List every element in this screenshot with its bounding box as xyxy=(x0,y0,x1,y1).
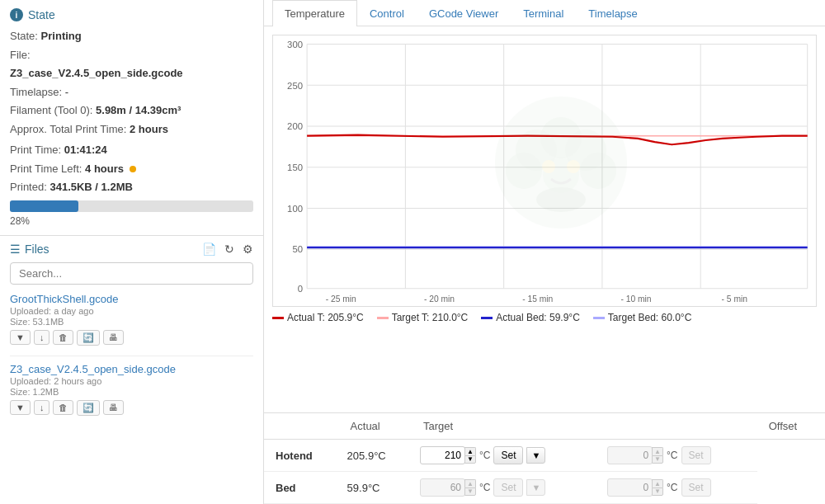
svg-text:300: 300 xyxy=(287,40,303,49)
svg-text:200: 200 xyxy=(287,121,303,131)
file1-load-btn[interactable]: ▼ xyxy=(10,330,31,345)
legend-target-t-color xyxy=(377,317,389,319)
legend-target-bed-color xyxy=(593,317,605,319)
legend-target-t: Target T: 210.0°C xyxy=(377,312,469,323)
file2-download-btn[interactable]: ↓ xyxy=(34,400,50,415)
hotend-row: Hotend 205.9°C ▲ ▼ xyxy=(264,440,825,472)
hotend-target-input[interactable] xyxy=(420,446,465,464)
bed-offset-spin-up: ▲ xyxy=(652,479,663,488)
file1-size: Size: 53.1MB xyxy=(10,317,253,327)
svg-point-4 xyxy=(506,153,542,189)
th-offset: Offset xyxy=(757,413,825,440)
file-divider xyxy=(10,356,253,356)
search-input[interactable] xyxy=(10,262,253,285)
list-item: Z3_case_V2.4.5_open_side.gcode Uploaded:… xyxy=(10,363,253,416)
hotend-offset-input xyxy=(607,446,653,464)
file1-download-btn[interactable]: ↓ xyxy=(34,330,50,345)
th-target: Target xyxy=(412,413,757,440)
file2-delete-btn[interactable]: 🗑 xyxy=(53,400,73,415)
legend-actual-bed-label: Actual Bed: 59.9°C xyxy=(496,312,580,323)
hotend-target-dropdown-btn[interactable]: ▼ xyxy=(526,447,545,464)
temp-table-header-row: Actual Target Offset xyxy=(264,413,825,440)
file1-slice-btn[interactable]: 🔄 xyxy=(77,330,100,346)
state-value: Printing xyxy=(41,30,82,42)
legend-actual-bed-color xyxy=(481,317,493,319)
bed-offset-set-btn: Set xyxy=(681,478,711,497)
file2-actions: ▼ ↓ 🗑 🔄 🖶 xyxy=(10,400,253,416)
bed-target-set-btn: Set xyxy=(493,478,523,497)
tab-temperature[interactable]: Temperature xyxy=(272,0,357,26)
file-label: File: xyxy=(10,49,31,61)
bed-row: Bed 59.9°C ▲ ▼ xyxy=(264,472,825,504)
approx-value: 2 hours xyxy=(130,123,168,135)
hotend-label: Hotend xyxy=(264,440,339,472)
tab-timelapse[interactable]: Timelapse xyxy=(576,0,649,26)
hotend-actual: 205.9°C xyxy=(339,440,412,472)
settings-icon[interactable]: ⚙ xyxy=(243,243,253,256)
tab-gcode-viewer[interactable]: GCode Viewer xyxy=(417,0,511,26)
list-item: GrootThickShell.gcode Uploaded: a day ag… xyxy=(10,293,253,346)
files-toolbar: 📄 ↻ ⚙ xyxy=(202,243,253,256)
tab-control[interactable]: Control xyxy=(357,0,417,26)
svg-text:- 15 min: - 15 min xyxy=(522,294,553,304)
svg-point-8 xyxy=(542,160,555,173)
file2-slice-btn[interactable]: 🔄 xyxy=(77,400,100,416)
file2-name[interactable]: Z3_case_V2.4.5_open_side.gcode xyxy=(10,363,253,375)
hotend-target-spin-up[interactable]: ▲ xyxy=(464,447,476,455)
print-time-label: Print Time: xyxy=(10,144,61,156)
file-list: GrootThickShell.gcode Uploaded: a day ag… xyxy=(10,293,253,498)
svg-text:- 25 min: - 25 min xyxy=(326,294,356,304)
temp-table-section: Actual Target Offset Hotend 205.9°C xyxy=(264,412,825,504)
bed-offset-spinner: ▲ ▼ xyxy=(607,478,663,497)
bed-target-spinner: ▲ ▼ xyxy=(420,478,476,497)
tab-terminal[interactable]: Terminal xyxy=(511,0,576,26)
hotend-offset-set-btn: Set xyxy=(681,446,711,464)
file2-load-btn[interactable]: ▼ xyxy=(10,400,31,415)
left-panel: i State State: Printing File: Z3_case_V2… xyxy=(0,0,264,504)
legend-actual-t: Actual T: 205.9°C xyxy=(272,312,364,323)
bed-target-group: ▲ ▼ °C Set ▼ xyxy=(420,478,591,497)
hotend-target-set-btn[interactable]: Set xyxy=(493,446,523,464)
hotend-target-spin-down[interactable]: ▼ xyxy=(464,455,476,464)
temp-table: Actual Target Offset Hotend 205.9°C xyxy=(264,413,825,504)
files-section: ☰ Files 📄 ↻ ⚙ GrootThickShell.gcode Uplo… xyxy=(0,236,263,505)
bed-target-unit: °C xyxy=(479,482,490,493)
printed-label: Printed: xyxy=(10,181,47,193)
file1-name[interactable]: GrootThickShell.gcode xyxy=(10,293,253,305)
file1-print-btn[interactable]: 🖶 xyxy=(103,330,124,345)
bed-offset-spin-down: ▼ xyxy=(652,488,663,496)
svg-text:0: 0 xyxy=(298,284,303,294)
th-actual: Actual xyxy=(339,413,412,440)
svg-text:250: 250 xyxy=(287,80,303,90)
progress-container: 28% xyxy=(10,200,253,227)
hotend-offset-spinner-btns: ▲ ▼ xyxy=(652,447,663,464)
printed-value: 341.5KB / 1.2MB xyxy=(50,181,132,193)
approx-label: Approx. Total Print Time: xyxy=(10,123,126,135)
file2-print-btn[interactable]: 🖶 xyxy=(103,400,124,415)
bed-target-spin-up: ▲ xyxy=(464,479,476,488)
svg-text:100: 100 xyxy=(287,204,303,214)
legend-target-bed: Target Bed: 60.0°C xyxy=(593,312,692,323)
bed-target-spin-down: ▼ xyxy=(464,488,476,496)
chart-area: 300 250 200 150 100 50 0 - 25 min - 20 m… xyxy=(264,26,825,412)
file1-delete-btn[interactable]: 🗑 xyxy=(53,330,73,345)
bed-offset-spinner-btns: ▲ ▼ xyxy=(652,479,663,496)
refresh-icon[interactable]: ↻ xyxy=(224,243,234,256)
chart-legend: Actual T: 205.9°C Target T: 210.0°C Actu… xyxy=(272,307,817,327)
file-name: Z3_case_V2.4.5_open_side.gcode xyxy=(10,67,183,79)
timelapse-label: Timelapse: xyxy=(10,86,62,98)
svg-text:- 20 min: - 20 min xyxy=(424,294,455,304)
state-header: i State xyxy=(10,8,253,21)
list-icon: ☰ xyxy=(10,243,21,256)
bed-offset-group: ▲ ▼ °C Set xyxy=(607,478,749,497)
state-row-filename: Z3_case_V2.4.5_open_side.gcode xyxy=(10,65,253,82)
file2-uploaded: Uploaded: 2 hours ago xyxy=(10,376,253,386)
svg-text:150: 150 xyxy=(287,163,303,172)
legend-actual-bed: Actual Bed: 59.9°C xyxy=(481,312,580,323)
th-empty xyxy=(264,413,339,440)
progress-label: 28% xyxy=(10,215,30,227)
bed-actual: 59.9°C xyxy=(339,472,412,504)
hotend-target-spinner-btns: ▲ ▼ xyxy=(464,447,476,464)
orange-dot xyxy=(130,166,136,172)
upload-icon[interactable]: 📄 xyxy=(202,243,216,256)
